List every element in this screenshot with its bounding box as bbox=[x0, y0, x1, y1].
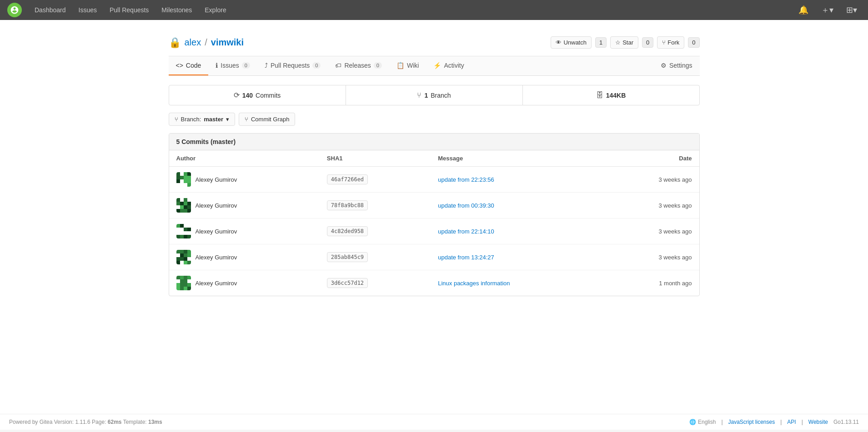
svg-rect-53 bbox=[184, 283, 187, 287]
svg-rect-22 bbox=[184, 209, 187, 213]
svg-rect-42 bbox=[176, 261, 180, 264]
sha-cell-4: 3d6cc57d12 bbox=[320, 270, 431, 296]
footer-language-selector[interactable]: 🌐 English bbox=[689, 419, 716, 425]
svg-rect-40 bbox=[180, 257, 184, 261]
tab-issues-label: Issues bbox=[221, 62, 239, 69]
date-cell-4: 1 month ago bbox=[604, 270, 699, 296]
svg-rect-46 bbox=[180, 276, 184, 279]
tab-releases[interactable]: 🏷 Releases 0 bbox=[328, 56, 389, 75]
sha-badge-4[interactable]: 3d6cc57d12 bbox=[327, 278, 368, 288]
svg-rect-31 bbox=[187, 235, 191, 238]
commit-graph-button[interactable]: ⑂ Commit Graph bbox=[239, 113, 296, 126]
footer-lang-label: English bbox=[698, 419, 716, 425]
add-button[interactable]: ＋▾ bbox=[818, 3, 837, 17]
sha-cell-3: 285ab845c9 bbox=[320, 244, 431, 270]
branch-selector[interactable]: ⑂ Branch: master ▾ bbox=[169, 113, 235, 126]
svg-rect-21 bbox=[180, 209, 184, 213]
topnav-right: 🔔 ＋▾ ⊞▾ bbox=[795, 3, 861, 17]
branch-prefix: Branch: bbox=[181, 116, 201, 123]
svg-rect-50 bbox=[184, 279, 187, 283]
svg-rect-25 bbox=[180, 224, 184, 228]
nav-milestones[interactable]: Milestones bbox=[156, 3, 197, 17]
nav-explore[interactable]: Explore bbox=[199, 3, 231, 17]
nav-issues[interactable]: Issues bbox=[73, 3, 102, 17]
site-logo[interactable] bbox=[7, 3, 22, 17]
svg-rect-30 bbox=[184, 235, 187, 238]
sha-badge-0[interactable]: 46af7266ed bbox=[327, 174, 368, 184]
branches-stat[interactable]: ⑂ 1 Branch bbox=[346, 85, 523, 105]
footer-separator-2: | bbox=[780, 419, 782, 425]
tab-wiki[interactable]: 📋 Wiki bbox=[389, 56, 426, 75]
svg-rect-26 bbox=[184, 228, 187, 231]
tab-pull-requests[interactable]: ⤴ Pull Requests 0 bbox=[257, 56, 328, 75]
commit-graph-icon: ⑂ bbox=[245, 116, 248, 123]
svg-rect-20 bbox=[176, 209, 180, 213]
eye-icon: 👁 bbox=[556, 39, 562, 46]
user-menu[interactable]: ⊞▾ bbox=[843, 3, 861, 17]
svg-rect-4 bbox=[180, 176, 184, 179]
commits-section-header: 5 Commits (master) bbox=[169, 134, 699, 150]
date-cell-2: 3 weeks ago bbox=[604, 218, 699, 244]
commits-stat[interactable]: ⟳ 140 Commits bbox=[169, 85, 346, 105]
svg-rect-36 bbox=[180, 253, 184, 257]
footer-page-time: 62ms bbox=[108, 419, 122, 425]
svg-rect-11 bbox=[176, 198, 180, 202]
footer-api[interactable]: API bbox=[787, 419, 796, 425]
releases-icon: 🏷 bbox=[335, 62, 341, 69]
notification-bell[interactable]: 🔔 bbox=[795, 3, 812, 17]
commit-link-2[interactable]: update from 22:14:10 bbox=[438, 228, 494, 235]
nav-pull-requests[interactable]: Pull Requests bbox=[104, 3, 154, 17]
commit-link-0[interactable]: update from 22:23:56 bbox=[438, 176, 494, 183]
svg-rect-17 bbox=[180, 205, 184, 209]
unwatch-button[interactable]: 👁 Unwatch bbox=[551, 36, 592, 49]
message-cell-1: update from 00:39:30 bbox=[431, 193, 603, 218]
repo-owner-link[interactable]: alex bbox=[185, 37, 201, 48]
tab-code[interactable]: <> Code bbox=[169, 56, 209, 75]
commit-link-4[interactable]: Linux packages information bbox=[438, 280, 510, 287]
commits-count: 140 bbox=[242, 92, 253, 99]
star-button[interactable]: ☆ Star bbox=[610, 36, 638, 49]
message-cell-2: update from 22:14:10 bbox=[431, 218, 603, 244]
table-row: Alexey Gumirov 285ab845c9 update from 13… bbox=[169, 244, 699, 270]
topnav: Dashboard Issues Pull Requests Milestone… bbox=[0, 0, 868, 20]
author-cell-1: Alexey Gumirov bbox=[169, 193, 320, 218]
svg-rect-49 bbox=[180, 279, 184, 283]
svg-rect-3 bbox=[176, 176, 180, 179]
svg-rect-8 bbox=[184, 179, 187, 183]
svg-rect-23 bbox=[187, 209, 191, 213]
lock-icon: 🔒 bbox=[169, 37, 181, 49]
nav-dashboard[interactable]: Dashboard bbox=[29, 3, 71, 17]
footer-js-licenses[interactable]: JavaScript licenses bbox=[728, 419, 775, 425]
tab-issues[interactable]: ℹ Issues 0 bbox=[208, 56, 257, 75]
fork-button[interactable]: ⑂ Fork bbox=[657, 36, 684, 49]
tab-settings[interactable]: ⚙ Settings bbox=[653, 56, 700, 75]
star-icon: ☆ bbox=[615, 39, 621, 46]
fork-label: Fork bbox=[667, 39, 679, 46]
date-cell-3: 3 weeks ago bbox=[604, 244, 699, 270]
repo-tabs: <> Code ℹ Issues 0 ⤴ Pull Requests 0 🏷 R… bbox=[169, 56, 700, 76]
commit-link-1[interactable]: update from 00:39:30 bbox=[438, 202, 494, 209]
message-cell-3: update from 13:24:27 bbox=[431, 244, 603, 270]
tab-pr-label: Pull Requests bbox=[271, 62, 310, 69]
svg-rect-27 bbox=[187, 228, 191, 231]
commit-link-3[interactable]: update from 13:24:27 bbox=[438, 254, 494, 261]
col-date: Date bbox=[604, 150, 699, 167]
tab-code-label: Code bbox=[186, 62, 201, 69]
sha-badge-1[interactable]: 78f8a9bc88 bbox=[327, 200, 368, 210]
sha-badge-3[interactable]: 285ab845c9 bbox=[327, 252, 368, 262]
col-message: Message bbox=[431, 150, 603, 167]
footer-website[interactable]: Website bbox=[808, 419, 828, 425]
repo-title: 🔒 alex / vimwiki bbox=[169, 37, 244, 49]
wiki-icon: 📋 bbox=[396, 62, 404, 69]
repo-name-link[interactable]: vimwiki bbox=[211, 37, 244, 48]
branches-count: 1 bbox=[424, 92, 428, 99]
issues-badge: 0 bbox=[242, 62, 250, 69]
sha-badge-2[interactable]: 4c82ded958 bbox=[327, 226, 368, 236]
svg-rect-9 bbox=[187, 179, 191, 183]
sha-cell-1: 78f8a9bc88 bbox=[320, 193, 431, 218]
fork-count: 0 bbox=[688, 37, 699, 48]
commits-table: Author SHA1 Message Date Alexey Gumirov … bbox=[169, 150, 699, 296]
tab-activity[interactable]: ⚡ Activity bbox=[426, 56, 471, 75]
svg-rect-48 bbox=[187, 276, 191, 279]
svg-rect-41 bbox=[184, 257, 187, 261]
